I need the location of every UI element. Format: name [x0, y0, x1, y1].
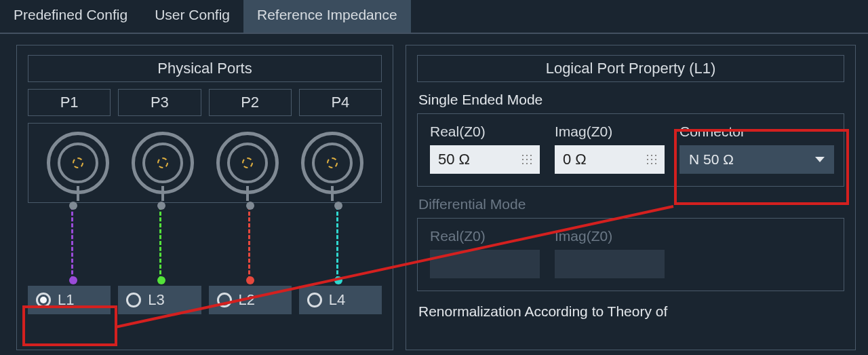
port-icons-box: [28, 123, 382, 203]
tab-reference-impedance[interactable]: Reference Impedance: [243, 0, 411, 33]
port-wire-area: [28, 206, 382, 280]
port-connector-icon[interactable]: [47, 132, 109, 194]
field-diff-imag-z0: Imag(Z0): [555, 228, 665, 278]
single-ended-mode-box: Real(Z0) 50 Ω Imag(Z0) 0 Ω Connector: [417, 113, 844, 187]
logical-port-label: L3: [148, 291, 164, 309]
imag-z0-label: Imag(Z0): [555, 124, 665, 140]
logical-port-l4[interactable]: L4: [299, 286, 382, 314]
diff-real-z0-input: [430, 250, 540, 278]
logical-port-l1[interactable]: L1: [28, 286, 111, 314]
field-imag-z0: Imag(Z0) 0 Ω: [555, 124, 665, 174]
logical-port-label: L2: [239, 291, 255, 309]
keypad-icon[interactable]: [646, 153, 658, 166]
radio-icon: [36, 293, 51, 307]
logical-port-label: L1: [58, 291, 74, 309]
logical-port-label: L4: [329, 291, 345, 309]
logical-port-l3[interactable]: L3: [118, 286, 201, 314]
tab-user-config[interactable]: User Config: [141, 0, 243, 33]
diff-imag-z0-input: [555, 250, 665, 278]
logical-port-property-panel: Logical Port Property (L1) Single Ended …: [406, 45, 856, 350]
port-connector-icon[interactable]: [132, 132, 194, 194]
differential-mode-label: Differential Mode: [418, 196, 844, 212]
physical-ports-panel: Physical Ports P1 P3 P2 P4: [16, 45, 393, 350]
keypad-icon[interactable]: [521, 153, 533, 166]
renormalization-label: Renormalization According to Theory of: [418, 303, 844, 320]
tab-predefined-config[interactable]: Predefined Config: [0, 0, 141, 33]
port-label-p4: P4: [299, 89, 382, 116]
logical-port-property-title: Logical Port Property (L1): [417, 55, 844, 82]
connector-select[interactable]: N 50 Ω: [679, 145, 834, 174]
radio-icon: [307, 293, 322, 307]
field-diff-real-z0: Real(Z0): [430, 228, 540, 278]
wire-l1: [71, 206, 73, 280]
diff-imag-z0-label: Imag(Z0): [555, 228, 665, 244]
field-connector: Connector N 50 Ω: [679, 124, 834, 174]
single-ended-mode-label: Single Ended Mode: [418, 92, 844, 108]
port-label-p1: P1: [28, 89, 111, 116]
wire-l4: [336, 206, 338, 280]
field-real-z0: Real(Z0) 50 Ω: [430, 124, 540, 174]
wire-l2: [248, 206, 250, 280]
physical-ports-title: Physical Ports: [28, 55, 382, 82]
differential-mode-box: Real(Z0) Imag(Z0): [417, 218, 844, 291]
imag-z0-input[interactable]: 0 Ω: [555, 145, 665, 174]
port-label-p3: P3: [118, 89, 201, 116]
radio-icon: [217, 293, 232, 307]
real-z0-input[interactable]: 50 Ω: [430, 145, 540, 174]
port-connector-icon[interactable]: [216, 132, 279, 194]
diff-real-z0-label: Real(Z0): [430, 228, 540, 244]
radio-icon: [126, 293, 141, 307]
port-label-p2: P2: [209, 89, 292, 116]
chevron-down-icon: [815, 157, 825, 162]
wire-l3: [159, 206, 161, 280]
port-connector-icon[interactable]: [301, 132, 363, 194]
logical-ports-row: L1 L3 L2 L4: [28, 286, 382, 314]
port-labels-row: P1 P3 P2 P4: [28, 89, 382, 116]
real-z0-label: Real(Z0): [430, 124, 540, 140]
tab-bar: Predefined Config User Config Reference …: [0, 0, 868, 33]
connector-label: Connector: [679, 124, 834, 140]
logical-port-l2[interactable]: L2: [209, 286, 292, 314]
